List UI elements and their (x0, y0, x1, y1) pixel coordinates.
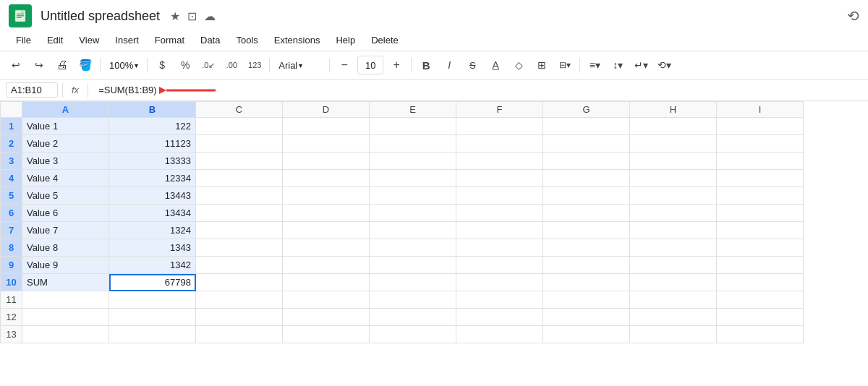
cell-a13[interactable] (22, 326, 109, 343)
cell-i12[interactable] (717, 309, 804, 326)
cell-c4[interactable] (196, 170, 283, 187)
cell-f2[interactable] (456, 135, 543, 153)
cell-d4[interactable] (283, 170, 370, 187)
row-num-1[interactable]: 1 (1, 118, 22, 135)
cell-h7[interactable] (630, 222, 717, 239)
cell-g1[interactable] (543, 118, 630, 135)
cell-d3[interactable] (283, 153, 370, 170)
cell-c11[interactable] (196, 291, 283, 309)
cell-c12[interactable] (196, 309, 283, 326)
row-num-5[interactable]: 5 (1, 187, 22, 205)
cell-f8[interactable] (456, 239, 543, 257)
cell-c6[interactable] (196, 205, 283, 222)
cell-h8[interactable] (630, 239, 717, 257)
row-num-13[interactable]: 13 (1, 326, 22, 343)
cell-e7[interactable] (370, 222, 456, 239)
cell-f12[interactable] (456, 309, 543, 326)
font-size-inc-button[interactable]: + (386, 55, 407, 75)
cell-h10[interactable] (630, 274, 717, 291)
cell-i9[interactable] (717, 257, 804, 274)
decimal-inc-button[interactable]: .00 (221, 55, 242, 75)
cell-g2[interactable] (543, 135, 630, 153)
cell-b7[interactable]: 1324 (109, 222, 196, 239)
cell-i6[interactable] (717, 205, 804, 222)
row-num-9[interactable]: 9 (1, 257, 22, 274)
cell-e9[interactable] (370, 257, 456, 274)
cell-i1[interactable] (717, 118, 804, 135)
cell-f11[interactable] (456, 291, 543, 309)
menu-tools[interactable]: Tools (229, 32, 265, 48)
col-header-g[interactable]: G (543, 102, 630, 118)
cell-d12[interactable] (283, 309, 370, 326)
cell-h3[interactable] (630, 153, 717, 170)
cell-b11[interactable] (109, 291, 196, 309)
cell-f5[interactable] (456, 187, 543, 205)
menu-view[interactable]: View (72, 32, 106, 48)
cell-a12[interactable] (22, 309, 109, 326)
cell-a2[interactable]: Value 2 (22, 135, 109, 153)
cell-a10[interactable]: SUM (22, 274, 109, 291)
italic-button[interactable]: I (439, 55, 459, 75)
row-num-10[interactable]: 10 (1, 274, 22, 291)
underline-button[interactable]: A (485, 55, 506, 75)
cell-b13[interactable] (109, 326, 196, 343)
redo-button[interactable]: ↪ (29, 55, 49, 75)
cell-c3[interactable] (196, 153, 283, 170)
cell-f1[interactable] (456, 118, 543, 135)
cell-i5[interactable] (717, 187, 804, 205)
menu-extensions[interactable]: Extensions (267, 32, 328, 48)
cell-i4[interactable] (717, 170, 804, 187)
cell-g7[interactable] (543, 222, 630, 239)
cell-a6[interactable]: Value 6 (22, 205, 109, 222)
history-icon[interactable]: ⟲ (847, 7, 859, 25)
cell-f6[interactable] (456, 205, 543, 222)
cell-a8[interactable]: Value 8 (22, 239, 109, 257)
cell-e11[interactable] (370, 291, 456, 309)
merge-cells-button[interactable]: ⊟▾ (555, 55, 575, 75)
cell-c13[interactable] (196, 326, 283, 343)
format-paint-button[interactable]: 🪣 (75, 55, 95, 75)
cell-b12[interactable] (109, 309, 196, 326)
cell-e2[interactable] (370, 135, 456, 153)
cell-h9[interactable] (630, 257, 717, 274)
cell-g6[interactable] (543, 205, 630, 222)
cell-g3[interactable] (543, 153, 630, 170)
print-button[interactable]: 🖨 (52, 55, 72, 75)
rotate-button[interactable]: ⟲▾ (654, 55, 674, 75)
cell-g10[interactable] (543, 274, 630, 291)
col-header-c[interactable]: C (196, 102, 283, 118)
cell-a11[interactable] (22, 291, 109, 309)
col-header-i[interactable]: I (717, 102, 804, 118)
cell-f3[interactable] (456, 153, 543, 170)
cell-d1[interactable] (283, 118, 370, 135)
cell-d2[interactable] (283, 135, 370, 153)
cell-a4[interactable]: Value 4 (22, 170, 109, 187)
cell-i8[interactable] (717, 239, 804, 257)
cell-h12[interactable] (630, 309, 717, 326)
row-num-2[interactable]: 2 (1, 135, 22, 153)
cell-d6[interactable] (283, 205, 370, 222)
cell-e1[interactable] (370, 118, 456, 135)
cell-h13[interactable] (630, 326, 717, 343)
row-num-4[interactable]: 4 (1, 170, 22, 187)
percent-button[interactable]: % (175, 55, 195, 75)
cell-d7[interactable] (283, 222, 370, 239)
menu-insert[interactable]: Insert (108, 32, 146, 48)
cell-b5[interactable]: 13443 (109, 187, 196, 205)
cell-e4[interactable] (370, 170, 456, 187)
cell-b2[interactable]: 11123 (109, 135, 196, 153)
cell-b9[interactable]: 1342 (109, 257, 196, 274)
fill-color-button[interactable]: ◇ (509, 55, 529, 75)
cell-a7[interactable]: Value 7 (22, 222, 109, 239)
cell-h1[interactable] (630, 118, 717, 135)
valign-button[interactable]: ↕▾ (608, 55, 628, 75)
cell-e12[interactable] (370, 309, 456, 326)
row-num-12[interactable]: 12 (1, 309, 22, 326)
row-num-6[interactable]: 6 (1, 205, 22, 222)
row-num-7[interactable]: 7 (1, 222, 22, 239)
col-header-b[interactable]: B (109, 102, 196, 118)
menu-data[interactable]: Data (193, 32, 227, 48)
cell-c5[interactable] (196, 187, 283, 205)
cell-b3[interactable]: 13333 (109, 153, 196, 170)
borders-button[interactable]: ⊞ (532, 55, 552, 75)
